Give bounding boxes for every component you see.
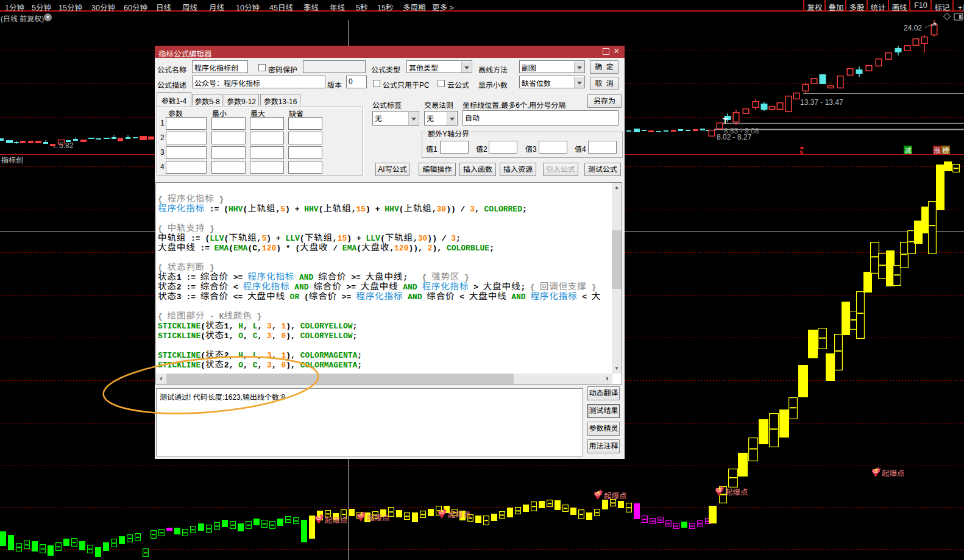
svg-text:T: T [723, 116, 728, 126]
svg-text:起爆点: 起爆点 [325, 516, 348, 525]
svg-text:起爆点: 起爆点 [448, 511, 471, 519]
svg-text:←5.82: ←5.82 [52, 141, 74, 150]
svg-text:起爆点: 起爆点 [367, 514, 390, 522]
svg-text:涨: 涨 [934, 147, 941, 154]
svg-text:24.02: 24.02 [904, 24, 922, 32]
svg-text:13.37 - 13.47: 13.37 - 13.47 [800, 98, 843, 107]
svg-text:减: 减 [905, 147, 912, 154]
svg-text:榜: 榜 [943, 147, 949, 154]
svg-text:起爆点: 起爆点 [604, 492, 627, 500]
svg-text:8.02 - 8.27: 8.02 - 8.27 [717, 133, 752, 141]
svg-text:指标创: 指标创 [1, 156, 23, 165]
svg-text:起爆点: 起爆点 [882, 469, 905, 478]
svg-text:s: s [799, 148, 803, 155]
svg-text:起爆点: 起爆点 [725, 488, 748, 497]
